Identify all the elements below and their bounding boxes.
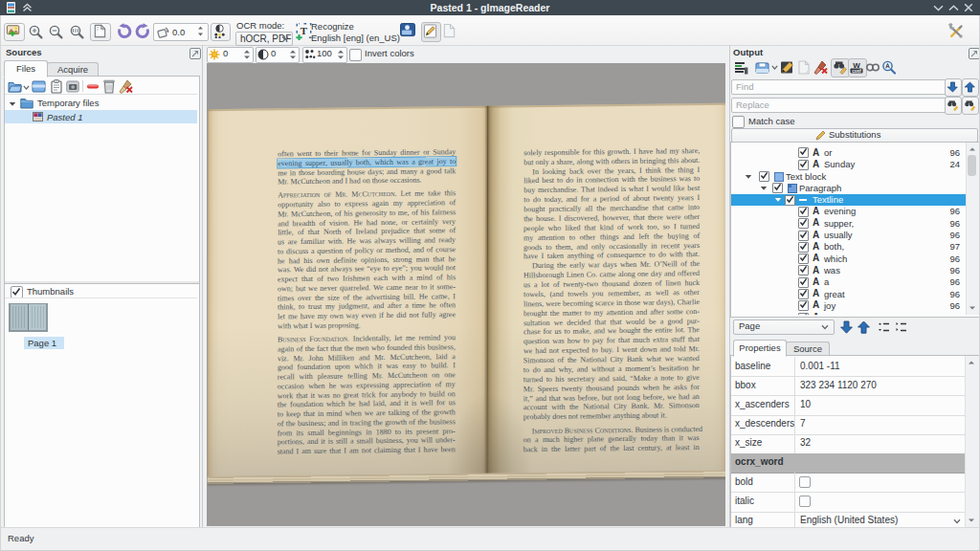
svg-text:conf: conf: [852, 69, 861, 74]
svg-text:T: T: [301, 25, 308, 36]
